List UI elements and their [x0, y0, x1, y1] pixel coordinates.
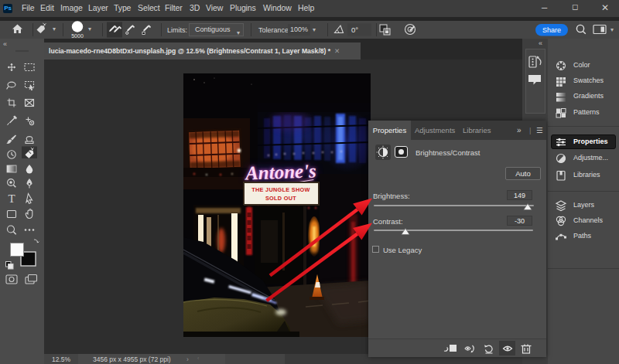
svg-text:THE JUNGLE SHOW: THE JUNGLE SHOW — [251, 186, 310, 193]
svg-text:«: « — [3, 40, 7, 48]
svg-text:Share: Share — [542, 26, 561, 34]
svg-text:▾: ▾ — [610, 26, 614, 33]
svg-text:Antone's: Antone's — [244, 160, 317, 183]
svg-text:▾: ▾ — [88, 26, 91, 32]
svg-text:0°: 0° — [351, 26, 358, 34]
svg-text:T: T — [8, 192, 15, 205]
svg-text:▾: ▾ — [53, 26, 56, 32]
svg-text:SOLD OUT: SOLD OUT — [265, 195, 296, 202]
